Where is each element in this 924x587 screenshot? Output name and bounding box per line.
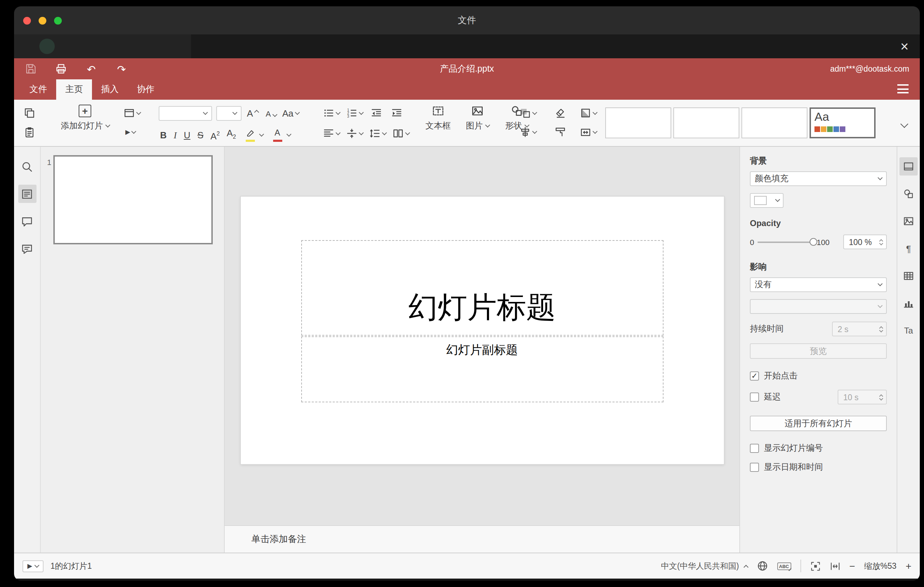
- slide-size-button[interactable]: [580, 125, 597, 139]
- tab-collaboration[interactable]: 协作: [128, 79, 163, 100]
- increase-font-size-button[interactable]: A: [246, 106, 260, 120]
- arrange-shapes-button[interactable]: [520, 106, 536, 120]
- columns-button[interactable]: [393, 126, 409, 140]
- start-on-click-checkbox[interactable]: ✓: [750, 371, 759, 381]
- menu-icon[interactable]: [897, 84, 909, 93]
- theme-option[interactable]: [741, 107, 807, 139]
- close-icon[interactable]: ×: [901, 38, 909, 55]
- italic-button[interactable]: I: [174, 129, 177, 143]
- color-scheme-button[interactable]: [580, 106, 597, 120]
- superscript-button[interactable]: A2: [211, 127, 220, 143]
- print-icon[interactable]: [55, 63, 68, 75]
- effect-select[interactable]: 没有: [750, 277, 887, 292]
- zoom-out-button[interactable]: −: [849, 561, 855, 571]
- bold-button[interactable]: B: [160, 129, 167, 143]
- opacity-slider-knob[interactable]: [810, 238, 817, 246]
- opacity-slider[interactable]: [757, 241, 814, 242]
- decrease-font-size-button[interactable]: A: [264, 106, 278, 120]
- show-slide-number-checkbox[interactable]: [750, 444, 759, 453]
- clear-group: [553, 106, 567, 139]
- highlight-color-chevron[interactable]: [259, 132, 264, 137]
- opacity-max-label: 100: [817, 238, 830, 246]
- theme-option[interactable]: [673, 107, 739, 139]
- font-color-button[interactable]: A: [270, 129, 284, 143]
- decrease-indent-button[interactable]: [369, 106, 383, 120]
- numbering-button[interactable]: 123: [346, 106, 363, 120]
- delay-field[interactable]: 10 s: [838, 390, 887, 404]
- vertical-align-button[interactable]: [346, 126, 363, 140]
- line-spacing-button[interactable]: [369, 126, 386, 140]
- spellcheck-button[interactable]: ABC ✓: [777, 562, 791, 570]
- delay-row: 延迟: [750, 391, 781, 403]
- slides-panel-icon[interactable]: [18, 185, 36, 203]
- zoom-value[interactable]: 缩放%53: [864, 561, 897, 571]
- tab-file[interactable]: 文件: [20, 79, 56, 100]
- show-date-time-label: 显示日期和时间: [764, 461, 823, 473]
- delay-checkbox[interactable]: [750, 392, 759, 402]
- preview-slideshow-button[interactable]: ▶: [124, 125, 138, 139]
- notes-area[interactable]: 单击添加备注: [225, 525, 739, 552]
- macos-titlebar: 文件: [14, 6, 920, 35]
- font-size-combo[interactable]: [216, 106, 241, 121]
- underline-button[interactable]: U: [183, 129, 190, 143]
- main-toolbar: + 添加幻灯片 ▶ A A Aa: [14, 100, 920, 147]
- copy-icon[interactable]: [23, 106, 36, 120]
- svg-text:3: 3: [347, 114, 349, 118]
- tab-home[interactable]: 主页: [56, 79, 92, 100]
- strikethrough-button[interactable]: S: [197, 129, 203, 143]
- insert-textbox-button[interactable]: 文本框: [423, 105, 454, 132]
- textart-settings-icon[interactable]: Ta: [899, 322, 918, 340]
- background-color-picker[interactable]: [750, 193, 784, 208]
- effect-type-select[interactable]: [750, 299, 887, 314]
- undo-icon[interactable]: ↶: [85, 63, 97, 75]
- toolbar-more-button[interactable]: [897, 118, 911, 132]
- start-slideshow-button[interactable]: ▶: [23, 560, 43, 572]
- slide-subtitle-placeholder[interactable]: 幻灯片副标题: [301, 336, 663, 402]
- opacity-value-field[interactable]: 100 %: [843, 234, 887, 249]
- background-fill-select[interactable]: 颜色填充: [750, 171, 887, 186]
- slide-settings-icon[interactable]: [899, 157, 918, 176]
- font-color-chevron[interactable]: [287, 132, 291, 137]
- tab-insert[interactable]: 插入: [92, 79, 128, 100]
- preview-button[interactable]: 预览: [750, 343, 887, 359]
- insert-image-button[interactable]: 图片: [462, 105, 493, 132]
- fit-to-slide-icon[interactable]: [810, 561, 820, 571]
- image-settings-icon[interactable]: [899, 212, 918, 230]
- save-icon[interactable]: [25, 63, 37, 75]
- table-settings-icon[interactable]: [899, 267, 918, 285]
- highlight-color-button[interactable]: [243, 129, 257, 143]
- chart-settings-icon[interactable]: [899, 294, 918, 312]
- fit-to-width-icon[interactable]: [830, 561, 840, 571]
- slide-title-placeholder[interactable]: 幻灯片标题: [301, 240, 663, 336]
- theme-option-selected[interactable]: Aa: [810, 107, 876, 139]
- theme-option[interactable]: [605, 107, 671, 139]
- shape-settings-icon[interactable]: [899, 185, 918, 203]
- paragraph-settings-icon[interactable]: ¶: [899, 239, 918, 258]
- clear-style-button[interactable]: [553, 106, 567, 120]
- duration-field[interactable]: 2 s: [832, 322, 887, 336]
- increase-indent-button[interactable]: [390, 106, 404, 120]
- set-language-icon[interactable]: [757, 560, 768, 572]
- redo-icon[interactable]: ↷: [115, 63, 128, 75]
- slide-thumbnail[interactable]: [53, 155, 213, 244]
- bullets-button[interactable]: [323, 106, 340, 120]
- right-sidebar: ¶ Ta: [897, 147, 920, 552]
- change-layout-button[interactable]: [124, 106, 140, 120]
- apply-to-all-button[interactable]: 适用于所有幻灯片: [750, 416, 887, 431]
- slide[interactable]: 幻灯片标题 幻灯片副标题: [241, 196, 724, 464]
- feedback-icon[interactable]: [18, 239, 36, 258]
- zoom-in-button[interactable]: +: [906, 561, 911, 571]
- comments-icon[interactable]: [18, 212, 36, 230]
- show-date-time-checkbox[interactable]: [750, 463, 759, 472]
- search-icon[interactable]: [18, 157, 36, 176]
- change-case-button[interactable]: Aa: [282, 106, 299, 120]
- subscript-button[interactable]: A2: [227, 126, 236, 144]
- language-selector[interactable]: 中文(中华人民共和国): [661, 561, 739, 571]
- slide-canvas[interactable]: 幻灯片标题 幻灯片副标题: [225, 147, 739, 525]
- align-shapes-button[interactable]: [520, 125, 536, 139]
- add-slide-button[interactable]: + 添加幻灯片: [51, 105, 119, 132]
- font-name-combo[interactable]: [159, 106, 212, 121]
- copy-style-button[interactable]: [553, 125, 567, 139]
- horizontal-align-button[interactable]: [323, 126, 340, 140]
- paste-icon[interactable]: [23, 125, 36, 139]
